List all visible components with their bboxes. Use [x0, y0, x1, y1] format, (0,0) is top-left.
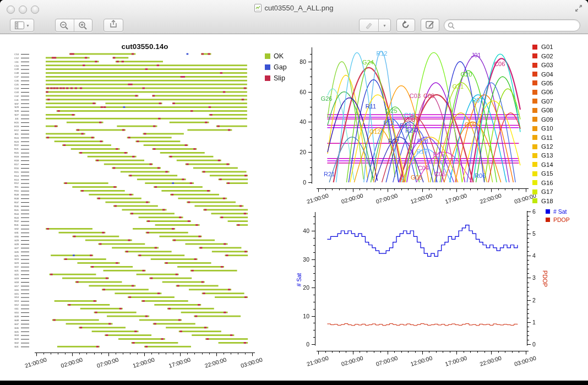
legend-item: G11: [532, 133, 553, 142]
legend-swatch: [265, 64, 270, 70]
legend-swatch: [532, 45, 537, 50]
legend-item: G05: [532, 79, 553, 88]
edit-markup-button[interactable]: [421, 19, 439, 32]
legend-swatch: [532, 189, 537, 194]
legend-swatch: [546, 218, 550, 222]
share-button[interactable]: [104, 19, 123, 32]
zoom-out-button[interactable]: [56, 19, 74, 31]
legend-item: G18: [532, 196, 553, 205]
legend-label: G18: [541, 198, 553, 204]
legend-swatch: [532, 99, 537, 104]
legend-label: G02: [541, 53, 553, 59]
legend-swatch: [532, 117, 537, 122]
legend-item: G03: [532, 61, 553, 69]
chevron-down-icon: ▾: [26, 23, 29, 28]
left-chart-title: cut03550.14o: [79, 42, 211, 51]
zoom-in-button[interactable]: [74, 19, 92, 31]
legend-swatch: [532, 72, 537, 77]
zoom-control: [55, 19, 92, 32]
legend-label: OK: [274, 52, 284, 60]
legend-swatch: [532, 63, 537, 68]
window-title-text: cut03550_A_ALL.png: [264, 4, 333, 12]
legend-item: G01: [532, 42, 553, 51]
availability-legend: OKGapSlip: [265, 51, 287, 84]
legend-label: G10: [541, 125, 553, 132]
legend-item: G09: [532, 115, 553, 124]
legend-label: G03: [541, 62, 553, 68]
legend-swatch: [532, 144, 537, 149]
sidebar-icon: [15, 21, 24, 29]
sidebar-toggle-button[interactable]: ▾: [10, 19, 34, 32]
legend-swatch: [532, 153, 537, 158]
legend-item: G14: [532, 160, 553, 169]
legend-swatch: [532, 180, 537, 185]
legend-swatch: [532, 135, 537, 140]
legend-swatch: [532, 198, 537, 203]
legend-label: G13: [541, 152, 553, 159]
marker-chevron-icon[interactable]: ▾: [379, 19, 390, 31]
legend-label: Gap: [274, 63, 287, 71]
document-canvas: [0, 0, 588, 381]
share-icon: [109, 20, 118, 31]
legend-swatch: [532, 90, 537, 95]
legend-swatch: [265, 75, 270, 81]
legend-item: G04: [532, 69, 553, 78]
rotate-left-icon: [401, 20, 410, 31]
window-title: cut03550_A_ALL.png: [0, 4, 588, 14]
legend-swatch: [532, 162, 537, 167]
legend-item: G08: [532, 106, 553, 115]
legend-item: G16: [532, 178, 553, 187]
legend-swatch: [532, 108, 537, 113]
search-input[interactable]: [457, 21, 568, 30]
legend-label: PDOP: [553, 216, 570, 223]
legend-label: # Sat: [553, 208, 567, 215]
legend-label: Slip: [274, 74, 285, 82]
search-icon: [448, 22, 455, 29]
search-field[interactable]: [444, 19, 580, 31]
legend-label: G17: [541, 188, 553, 195]
legend-item: PDOP: [546, 215, 570, 224]
rotate-left-button[interactable]: [396, 19, 415, 32]
preview-window: cut03550_A_ALL.png ▾: [0, 0, 588, 381]
legend-item: G13: [532, 151, 553, 160]
legend-swatch: [532, 126, 537, 131]
legend-item: Gap: [265, 62, 287, 73]
legend-swatch: [546, 209, 550, 214]
legend-item: G07: [532, 97, 553, 106]
gps-satellite-legend: G01G02G03G04G05G06G07G08G09G10G11G12G13G…: [532, 42, 553, 205]
nsat-pdop-legend: # SatPDOP: [546, 207, 570, 224]
legend-label: G08: [541, 107, 553, 113]
legend-item: G06: [532, 88, 553, 96]
legend-label: G16: [541, 180, 553, 186]
legend-label: G09: [541, 116, 553, 123]
legend-label: G06: [541, 89, 553, 95]
fullscreen-icon[interactable]: [575, 4, 582, 14]
marker-icon: [360, 19, 379, 31]
legend-item: G15: [532, 169, 553, 178]
legend-label: G04: [541, 71, 553, 78]
pencil-icon: [426, 20, 434, 31]
legend-item: G02: [532, 51, 553, 60]
legend-label: G11: [541, 134, 553, 141]
legend-label: G15: [541, 170, 553, 177]
legend-item: # Sat: [546, 207, 570, 215]
legend-label: G01: [541, 44, 553, 50]
screen: { "window": {"title": "cut03550_A_ALL.pn…: [0, 0, 588, 385]
legend-item: G10: [532, 124, 553, 133]
legend-label: G14: [541, 161, 553, 168]
legend-item: G12: [532, 142, 553, 151]
legend-item: Slip: [265, 73, 287, 84]
legend-swatch: [532, 80, 537, 85]
legend-item: OK: [265, 51, 287, 62]
legend-item: G17: [532, 187, 553, 196]
legend-swatch: [532, 53, 537, 58]
marker-button[interactable]: ▾: [359, 19, 391, 32]
document-icon: [254, 4, 262, 14]
legend-label: G12: [541, 143, 553, 150]
legend-label: G07: [541, 98, 553, 105]
legend-swatch: [265, 53, 270, 59]
legend-swatch: [532, 171, 537, 176]
legend-label: G05: [541, 80, 553, 86]
